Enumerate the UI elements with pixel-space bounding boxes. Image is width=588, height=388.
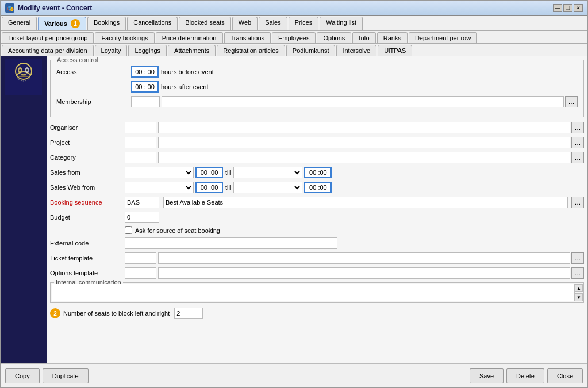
sales-web-date-combo[interactable] [125,182,194,193]
form-area: Access control Access hours before event… [47,56,587,363]
tab-row-3: Accounting data per division Loyalty Log… [1,44,587,56]
sales-web-time2-input[interactable] [304,182,332,193]
sales-from-time-input[interactable] [195,167,223,178]
tab-attachments[interactable]: Attachments [168,45,216,56]
membership-code-input[interactable] [131,96,160,107]
tab-facility-bookings[interactable]: Facility bookings [95,32,154,43]
svg-point-6 [19,69,21,71]
project-row: Project … [50,137,584,148]
organiser-browse-button[interactable]: … [571,122,584,133]
ticket-template-row: Ticket template … [50,252,584,264]
tab-registration[interactable]: Registration articles [217,45,285,56]
membership-desc-input[interactable] [162,96,564,107]
bottom-left-buttons: Copy Duplicate [5,368,89,383]
ask-source-row: Ask for source of seat booking [125,226,584,234]
tab-waiting-list[interactable]: Waiting list [320,17,363,30]
tab-row-2: Ticket layout per price group Facility b… [1,31,587,44]
tab-dept-per-row[interactable]: Department per row [409,32,477,43]
tab-web[interactable]: Web [232,17,258,30]
membership-browse-button[interactable]: … [565,96,578,107]
category-browse-button[interactable]: … [571,152,584,163]
tab-bookings[interactable]: Bookings [87,17,126,30]
close-button[interactable]: Close [547,368,583,383]
budget-input[interactable] [125,212,159,223]
copy-button[interactable]: Copy [5,368,40,383]
tab-employees[interactable]: Employees [272,32,316,43]
tab-accounting[interactable]: Accounting data per division [2,45,94,56]
project-code-input[interactable] [125,137,156,148]
tab-info[interactable]: Info [352,32,375,43]
options-template-code-input[interactable] [125,267,156,279]
category-code-input[interactable] [125,152,156,163]
project-label: Project [50,139,125,146]
tab-ticket-layout[interactable]: Ticket layout per price group [2,32,94,43]
tab-options[interactable]: Options [317,32,351,43]
internal-comm-scrollbar: ▲ ▼ [574,284,582,301]
restore-button[interactable]: ❐ [563,4,572,12]
hours-before-text: hours before event [161,68,214,75]
sales-web-date2-combo[interactable] [233,182,302,193]
ask-source-label: Ask for source of seat booking [135,227,220,234]
tab-uitpas[interactable]: UiTPAS [378,45,412,56]
category-desc-input[interactable] [158,152,570,163]
tab-translations[interactable]: Translations [224,32,271,43]
sales-from-row: Sales from till [50,167,584,178]
sales-from-date-combo[interactable] [125,167,194,178]
budget-label: Budget [50,214,125,221]
organiser-desc-input[interactable] [158,122,570,133]
access-control-title: Access control [55,56,100,63]
organiser-code-input[interactable] [125,122,156,133]
hours-after-text: hours after event [161,83,209,90]
tab-blocked-seats[interactable]: Blocked seats [179,17,230,30]
hours-before-input[interactable] [131,66,159,78]
save-button[interactable]: Save [470,368,504,383]
booking-sequence-label: Booking sequence [50,199,125,206]
number-seats-input[interactable] [174,308,203,319]
project-desc-input[interactable] [158,137,570,148]
minimize-button[interactable]: — [553,4,562,12]
internal-comm-textarea[interactable] [52,284,582,301]
ticket-template-desc-input[interactable] [158,252,570,264]
booking-sequence-row: Booking sequence … [50,197,584,208]
ticket-template-browse-button[interactable]: … [571,252,584,264]
various-badge: 1 [71,19,80,28]
tab-price-determination[interactable]: Price determination [156,32,223,43]
booking-sequence-browse-button[interactable]: … [571,197,584,208]
tab-cancellations[interactable]: Cancellations [127,17,178,30]
hours-after-input[interactable] [131,81,159,93]
tab-loggings[interactable]: Loggings [128,45,167,56]
window-title: Modify event - Concert [18,4,92,12]
options-template-browse-button[interactable]: … [571,267,584,279]
tab-prices[interactable]: Prices [289,17,319,30]
ask-source-checkbox[interactable] [125,226,132,234]
tab-sales[interactable]: Sales [259,17,287,30]
access-label: Access [56,68,131,75]
scrollbar-down-button[interactable]: ▼ [575,293,583,301]
delete-button[interactable]: Delete [506,368,544,383]
internal-comm-container: Internal communication ▲ ▼ [50,282,584,303]
scrollbar-up-button[interactable]: ▲ [575,284,583,292]
external-code-input[interactable] [125,237,337,249]
project-browse-button[interactable]: … [571,137,584,148]
sales-from-date2-combo[interactable] [233,167,302,178]
category-row: Category … [50,152,584,163]
tab-intersolve[interactable]: Intersolve [336,45,376,56]
close-window-button[interactable]: ✕ [574,4,583,12]
sales-web-time-input[interactable] [195,182,223,193]
duplicate-button[interactable]: Duplicate [43,368,89,383]
sales-from-time2-input[interactable] [304,167,332,178]
external-code-label: External code [50,240,125,247]
app-icon: 🎭 [5,3,14,13]
tab-podiumkunst[interactable]: Podiumkunst [286,45,336,56]
svg-point-7 [26,69,28,71]
external-code-row: External code [50,237,584,249]
tab-general[interactable]: General [2,17,37,30]
tab-loyalty[interactable]: Loyalty [95,45,128,56]
options-template-desc-input[interactable] [158,267,570,279]
tab-ranks[interactable]: Ranks [377,32,408,43]
booking-sequence-code-input[interactable] [125,197,159,208]
bottom-bar: Copy Duplicate Save Delete Close [1,363,587,387]
ticket-template-code-input[interactable] [125,252,156,264]
tab-various[interactable]: Various 1 [38,17,86,30]
booking-sequence-desc-input[interactable] [163,197,568,208]
